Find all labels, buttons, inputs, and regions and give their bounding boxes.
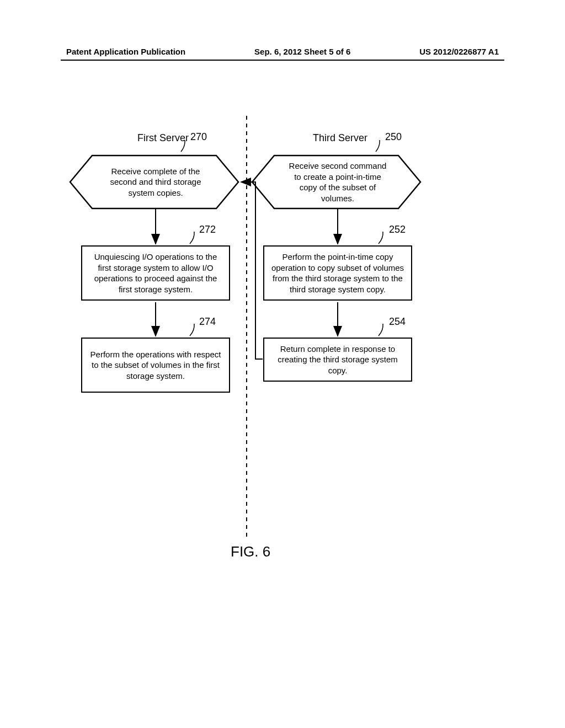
label-254: 254	[389, 316, 406, 328]
label-272: 272	[199, 224, 216, 235]
page-header: Patent Application Publication Sep. 6, 2…	[0, 47, 565, 56]
box-274: Perform the operations with respect to t…	[81, 338, 230, 393]
header-center: Sep. 6, 2012 Sheet 5 of 6	[254, 47, 350, 56]
header-right: US 2012/0226877 A1	[419, 47, 499, 56]
third-server-title: Third Server	[313, 132, 367, 144]
header-left: Patent Application Publication	[66, 47, 185, 56]
first-server-title: First Server	[137, 132, 189, 144]
box-250: Receive second command to create a point…	[269, 156, 407, 208]
figure-label: FIG. 6	[231, 543, 270, 560]
box-252: Perform the point-in-time copy operation…	[263, 245, 412, 301]
label-252: 252	[389, 224, 406, 235]
label-250: 250	[385, 131, 402, 143]
label-270: 270	[190, 131, 207, 143]
header-divider	[61, 60, 504, 61]
box-270: Receive complete of the second and third…	[87, 156, 225, 208]
diagram: First Server Third Server 270 250 272 25…	[0, 116, 565, 557]
label-274: 274	[199, 316, 216, 328]
box-254: Return complete in response to creating …	[263, 338, 412, 382]
box-272: Unquiescing I/O operations to the first …	[81, 245, 230, 301]
